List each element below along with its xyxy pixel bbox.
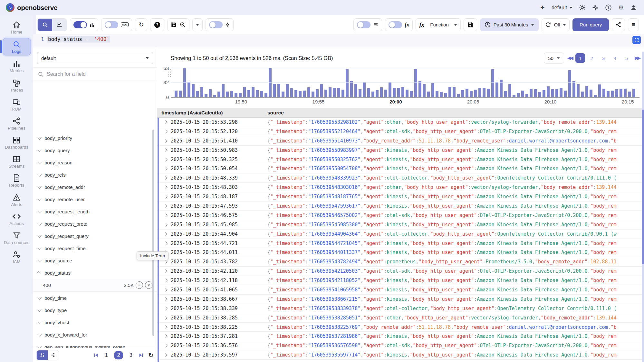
field-item-geo_asn_autonomous_system_organ[interactable]: geo_asn_autonomous_system_organ...	[33, 341, 157, 348]
sidebar-item-iam[interactable]: IAM	[3, 249, 31, 265]
expand-row-icon[interactable]	[164, 158, 167, 161]
run-query-button[interactable]: Run query	[572, 18, 609, 31]
histogram-bar[interactable]	[547, 86, 550, 97]
wrap-lines-toggle[interactable]	[357, 21, 370, 28]
histogram-bar[interactable]	[196, 91, 199, 97]
histogram-bar[interactable]	[333, 88, 336, 97]
field-page-2[interactable]: 2	[114, 351, 123, 359]
log-row[interactable]: 2025-10-15 20:15:48.303{"_timestamp":"17…	[157, 183, 644, 192]
field-page-1[interactable]: 1	[103, 352, 110, 358]
expand-row-icon[interactable]	[164, 316, 167, 319]
stream-select[interactable]: default	[37, 52, 153, 64]
histogram-bar[interactable]	[530, 89, 533, 97]
expand-row-icon[interactable]	[164, 269, 167, 273]
histogram-bar[interactable]	[260, 91, 263, 97]
log-row[interactable]: 2025-10-15 20:15:38.667{"_timestamp":"17…	[157, 295, 644, 304]
histogram-bar[interactable]	[440, 92, 443, 97]
table-scrollbar[interactable]	[158, 118, 159, 362]
histogram-bar[interactable]	[525, 94, 528, 97]
histogram-bar[interactable]	[427, 92, 430, 97]
expand-row-icon[interactable]	[164, 167, 167, 171]
user-defined-schema-button[interactable]	[37, 350, 48, 360]
histogram-bar[interactable]	[444, 93, 447, 97]
histogram-bar[interactable]	[354, 84, 357, 97]
menu-button[interactable]: ≡	[628, 18, 639, 31]
first-page-icon[interactable]	[93, 353, 99, 358]
histogram-bar[interactable]	[461, 90, 464, 97]
histogram-bar[interactable]	[192, 84, 195, 97]
histogram-bar[interactable]	[410, 91, 413, 97]
histogram-bar[interactable]	[346, 69, 349, 97]
slack-icon[interactable]	[592, 5, 599, 11]
results-page-2[interactable]: 2	[587, 53, 597, 63]
field-item-body_x_forward_for[interactable]: body_x_forward_for	[33, 328, 157, 341]
log-row[interactable]: 2025-10-15 20:15:37.281{"_timestamp":"17…	[157, 332, 644, 341]
log-row[interactable]: 2025-10-15 20:15:38.285{"_timestamp":"17…	[157, 313, 644, 323]
histogram-bar[interactable]	[397, 88, 400, 97]
log-row[interactable]: 2025-10-15 20:15:41.065{"_timestamp":"17…	[157, 285, 644, 295]
reset-filters-button[interactable]: ↻	[135, 18, 147, 31]
histogram-bar[interactable]	[393, 88, 396, 97]
field-item-body_request_proto[interactable]: body_request_proto	[33, 218, 157, 230]
histogram-bar[interactable]	[252, 87, 255, 97]
save-function-button[interactable]	[464, 18, 477, 31]
histogram-bar[interactable]	[222, 84, 225, 97]
log-row[interactable]: 2025-10-15 20:15:50.325{"_timestamp":"17…	[157, 155, 644, 164]
log-row[interactable]: 2025-10-15 20:15:38.225{"_timestamp":"17…	[157, 323, 644, 332]
expand-row-icon[interactable]	[164, 130, 167, 133]
auto-refresh-button[interactable]: Off	[542, 18, 570, 31]
per-page-select[interactable]: 50	[544, 53, 564, 64]
histogram-bar[interactable]	[312, 92, 314, 97]
histogram-bar[interactable]	[389, 82, 391, 97]
histogram-bar[interactable]	[273, 84, 276, 97]
expand-row-icon[interactable]	[164, 176, 167, 180]
field-item-body_request_length[interactable]: body_request_length	[33, 205, 157, 218]
log-row[interactable]: 2025-10-15 20:15:42.120{"_timestamp":"17…	[157, 267, 644, 276]
histogram-bar[interactable]	[585, 86, 588, 97]
histogram-bar[interactable]	[217, 92, 220, 97]
histogram-bar[interactable]	[307, 87, 310, 97]
histogram-bar[interactable]	[508, 84, 511, 97]
results-page-4[interactable]: 4	[610, 53, 620, 63]
histogram-bar[interactable]	[513, 95, 515, 97]
field-item-body_vhost[interactable]: body_vhost	[33, 316, 157, 328]
histogram-bar[interactable]	[598, 84, 601, 97]
field-item-body_priority[interactable]: body_priority	[33, 132, 157, 144]
expand-row-icon[interactable]	[164, 148, 167, 152]
histogram-bar[interactable]	[256, 90, 259, 97]
last-page-button[interactable]: ▶▶	[633, 55, 639, 61]
first-page-button[interactable]: ◀◀	[567, 55, 573, 61]
sidebar-item-metrics[interactable]: Metrics	[3, 58, 31, 74]
sparkle-icon[interactable]: ✦	[540, 4, 545, 11]
sidebar-item-pipelines[interactable]: Pipelines	[3, 115, 31, 132]
column-source[interactable]: source	[267, 110, 284, 116]
histogram-bar[interactable]	[179, 91, 182, 97]
histogram-bar[interactable]	[560, 88, 562, 97]
expand-row-icon[interactable]	[164, 344, 167, 347]
sql-mode-toggle[interactable]	[105, 21, 118, 28]
results-page-3[interactable]: 3	[599, 53, 608, 63]
last-page-icon[interactable]	[139, 353, 144, 358]
sidebar-item-actions[interactable]: Actions	[3, 210, 31, 227]
expand-row-icon[interactable]	[164, 120, 167, 124]
expand-editor-button[interactable]	[632, 36, 641, 44]
log-row[interactable]: 2025-10-15 20:15:53.298{"_timestamp":"17…	[157, 118, 644, 127]
histogram-bar[interactable]	[457, 94, 460, 97]
expand-row-icon[interactable]	[164, 186, 167, 189]
histogram-bar[interactable]	[590, 90, 592, 97]
histogram-bar[interactable]	[401, 87, 404, 97]
field-item-body_type[interactable]: body_type	[33, 304, 157, 316]
histogram-bar[interactable]	[431, 83, 434, 97]
histogram-bar[interactable]	[564, 91, 567, 97]
histogram-bar[interactable]	[607, 91, 610, 97]
log-row[interactable]: 2025-10-15 20:15:38.339{"_timestamp":"17…	[157, 304, 644, 313]
quick-mode-toggle[interactable]	[209, 21, 223, 28]
sidebar-item-traces[interactable]: Traces	[3, 77, 31, 94]
histogram-bar[interactable]	[406, 90, 409, 97]
profile-icon[interactable]	[630, 4, 637, 11]
histogram-bar[interactable]	[320, 84, 323, 97]
log-row[interactable]: 2025-10-15 20:15:43.782{"_timestamp":"17…	[157, 257, 644, 267]
schema-fields-button[interactable]	[48, 350, 59, 360]
histogram-bar[interactable]	[341, 90, 344, 97]
search-mode-button[interactable]	[38, 19, 52, 31]
